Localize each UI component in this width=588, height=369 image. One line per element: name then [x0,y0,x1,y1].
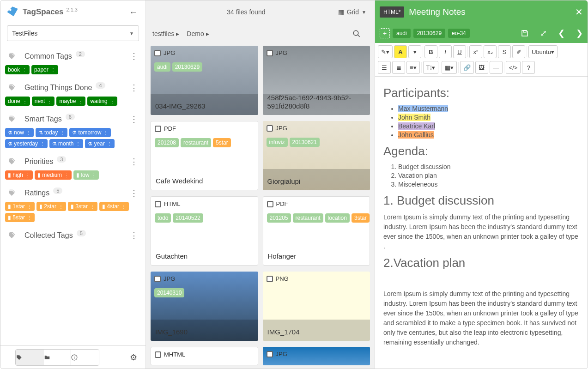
tag-year[interactable]: year⋮ [85,139,114,148]
select-checkbox[interactable] [267,276,273,282]
file-card[interactable]: JPG458f25ac-1692-4943-9b52-591fd280d8f8 [263,46,370,115]
tag-group-menu[interactable]: ⋮ [130,83,138,93]
help-button[interactable]: ? [522,61,535,74]
tag-group-menu[interactable]: ⋮ [130,188,138,198]
tag-group-header[interactable]: Priorities 3 ⋮ [3,153,143,170]
tag-group-header[interactable]: Common Tags 2 ⋮ [3,48,143,65]
tag-done[interactable]: done⋮ [5,97,30,106]
tag-waiting[interactable]: waiting⋮ [87,97,117,106]
strikethrough-button[interactable]: S [498,45,511,58]
italic-button[interactable]: I [439,45,452,58]
hr-button[interactable]: — [490,61,503,74]
add-tag-button[interactable]: + [380,28,390,38]
tag-4star[interactable]: ▮ 4star⋮ [99,202,129,211]
file-card[interactable]: HTMLtodo20140522Gutachten [151,196,258,266]
card-tag[interactable]: 3star [352,213,370,223]
code-button[interactable]: </> [506,61,521,74]
bold-button[interactable]: B [424,45,437,58]
next-file-button[interactable]: ❯ [576,28,583,38]
tag-1star[interactable]: ▮ 1star⋮ [5,202,35,211]
close-panel-button[interactable]: ✕ [575,6,583,18]
font-select[interactable]: Ubuntu ▾ [528,45,558,58]
breadcrumb-item[interactable]: Demo ▸ [187,30,209,37]
heading-button[interactable]: T⁞▾ [423,61,438,74]
card-tag[interactable]: 5star [213,138,231,147]
select-checkbox[interactable] [267,50,273,56]
file-card[interactable]: PDF201208restaurant5starCafe Wedekind [151,121,258,190]
file-card[interactable]: MHTML [151,347,258,365]
image-button[interactable]: 🖼 [475,61,488,74]
file-card[interactable]: JPGaudi20130629034-IMG_29263 [151,46,258,115]
back-button[interactable]: ← [127,5,140,19]
card-tag[interactable]: 201205 [267,213,291,223]
tag-tomorrow[interactable]: tomorrow⋮ [69,128,111,137]
card-tag[interactable]: restaurant [181,138,211,147]
card-tag[interactable]: 20140522 [173,213,203,223]
tag-group-header[interactable]: Smart Tags 6 ⋮ [3,110,143,128]
location-select[interactable]: TestFiles ▼ [7,25,139,41]
tag-group-menu[interactable]: ⋮ [130,157,138,167]
card-tag[interactable]: location [325,213,350,223]
editor-content[interactable]: Participants: Max MustermannJohn SmithBe… [375,77,588,369]
ol-button[interactable]: ≣ [392,61,405,74]
superscript-button[interactable]: x² [469,45,482,58]
tag-low[interactable]: ▮ low⋮ [73,170,99,180]
file-card[interactable]: JPG [263,347,370,365]
align-button[interactable]: ≡▾ [406,61,420,74]
select-checkbox[interactable] [155,126,161,132]
file-card[interactable]: PDF201205restaurantlocation3starHofanger [263,196,370,266]
select-checkbox[interactable] [267,351,273,357]
select-checkbox[interactable] [267,125,273,132]
select-checkbox[interactable] [154,50,161,56]
tag-next[interactable]: next⋮ [32,97,55,106]
tag-book[interactable]: book⋮ [5,65,30,74]
tag-yesterday[interactable]: yesterday⋮ [5,139,48,148]
tag-group-header[interactable]: Collected Tags 5 ⋮ [3,227,143,244]
card-tag[interactable]: 20130629 [172,62,202,72]
select-checkbox[interactable] [155,201,161,207]
select-checkbox[interactable] [155,351,161,358]
clear-format-button[interactable]: ✐ [512,45,525,58]
tag-group-menu[interactable]: ⋮ [130,230,138,241]
mode-info-button[interactable]: i [71,350,99,365]
card-tag[interactable]: 201208 [155,138,179,147]
tag-group-menu[interactable]: ⋮ [130,114,138,124]
text-color-button[interactable]: ✎▾ [378,45,393,58]
save-button[interactable] [521,29,529,37]
card-tag[interactable]: infoviz [267,138,288,147]
select-checkbox[interactable] [267,201,273,207]
tag-5star[interactable]: ▮ 5star⋮ [5,213,35,222]
settings-button[interactable]: ⚙ [130,352,137,363]
tag-today[interactable]: today⋮ [36,128,67,137]
highlight-button[interactable]: A [394,45,407,58]
underline-button[interactable]: U [453,45,466,58]
tag-3star[interactable]: ▮ 3star⋮ [68,202,97,211]
card-tag[interactable]: 20130621 [290,138,320,147]
table-button[interactable]: ▦▾ [442,61,457,74]
tag-group-menu[interactable]: ⋮ [130,51,138,61]
tag-now[interactable]: now⋮ [5,128,34,137]
tag-group-header[interactable]: Getting Things Done 4 ⋮ [3,79,143,97]
card-tag[interactable]: audi [154,62,170,72]
file-card[interactable]: JPGinfoviz20130621Giorgialupi [263,121,370,190]
tag-2star[interactable]: ▮ 2star⋮ [36,202,66,211]
tag-maybe[interactable]: maybe⋮ [56,97,85,106]
mode-folders-button[interactable] [43,350,71,365]
file-card[interactable]: JPG20140310IMG_1690 [151,272,258,341]
tag-high[interactable]: ▮ high⋮ [5,170,33,180]
file-tag[interactable]: 20130629 [413,29,445,38]
fullscreen-button[interactable]: ⤢ [540,28,547,38]
file-tag[interactable]: eo-34 [448,29,470,38]
view-mode-button[interactable]: ▦ Grid ▼ [338,8,366,16]
subscript-button[interactable]: x₂ [484,45,497,58]
select-checkbox[interactable] [154,276,161,282]
tag-group-header[interactable]: Ratings 5 ⋮ [3,184,143,202]
card-tag[interactable]: 20140310 [154,288,184,297]
highlight-caret[interactable]: ▾ [408,45,421,58]
mode-tags-button[interactable] [16,350,43,365]
tag-medium[interactable]: ▮ medium⋮ [35,170,72,180]
tag-paper[interactable]: paper⋮ [31,65,58,74]
file-card[interactable]: PNGIMG_1704 [263,272,370,341]
card-tag[interactable]: restaurant [293,213,323,223]
link-button[interactable]: 🔗 [460,61,474,74]
